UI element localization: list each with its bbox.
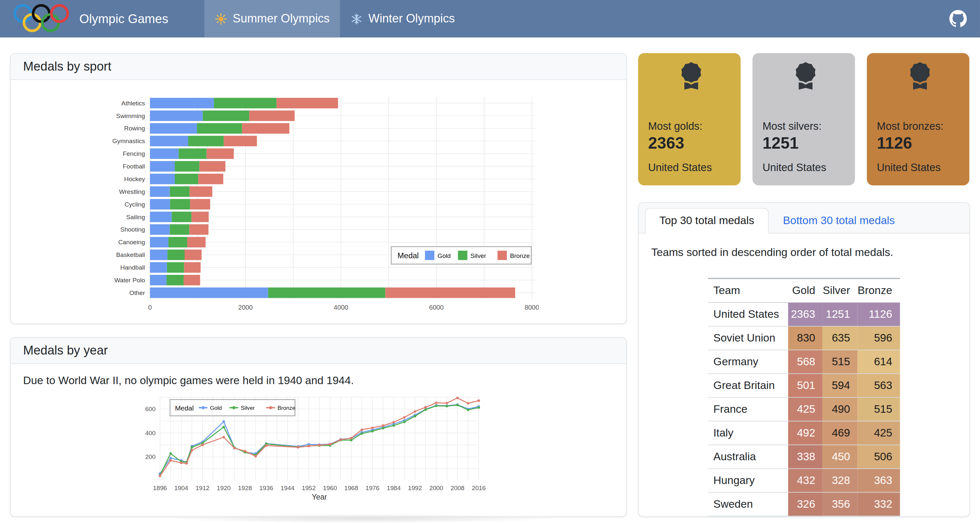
- medal-count: 490: [823, 398, 858, 421]
- medals-table: TeamGoldSilverBronzeUnited States2363125…: [708, 278, 900, 516]
- medal-count: 363: [858, 469, 900, 493]
- medals-by-sport-chart: AthleticsSwimmingRowingGymnasticsFencing…: [98, 90, 538, 312]
- svg-text:Wrestling: Wrestling: [119, 188, 145, 195]
- svg-text:1944: 1944: [280, 485, 294, 491]
- svg-text:Bronze: Bronze: [277, 405, 295, 411]
- medal-count: 425: [858, 421, 900, 445]
- stat-value: 1251: [762, 134, 849, 153]
- svg-text:0: 0: [148, 304, 151, 310]
- medal-count: 356: [823, 493, 858, 516]
- medal-count: 506: [858, 445, 900, 469]
- team-name: France: [708, 398, 789, 421]
- stat-team: United States: [877, 162, 963, 174]
- brand[interactable]: Olympic Games: [0, 0, 178, 37]
- stat-team: United States: [762, 162, 849, 174]
- table-description: Teams sorted in descending order of tota…: [639, 233, 969, 259]
- tab-bottom-30[interactable]: Bottom 30 total medals: [769, 208, 909, 233]
- svg-text:1952: 1952: [301, 485, 315, 491]
- most-silvers-card: Most silvers: 1251 United States: [752, 53, 855, 185]
- stat-value: 2363: [648, 134, 735, 153]
- svg-text:Handball: Handball: [120, 264, 145, 271]
- svg-text:Year: Year: [312, 493, 327, 501]
- stat-label: Most bronzes:: [877, 120, 963, 133]
- svg-text:6000: 6000: [429, 304, 444, 310]
- svg-text:2000: 2000: [238, 304, 253, 310]
- tab-winter-olympics[interactable]: Winter Olympics: [340, 0, 465, 37]
- nav-spacer: [466, 0, 950, 37]
- medal-count: 425: [788, 398, 823, 421]
- svg-text:1984: 1984: [387, 485, 401, 491]
- svg-text:400: 400: [145, 429, 155, 436]
- github-icon[interactable]: [950, 10, 967, 28]
- medal-count: 432: [788, 469, 823, 493]
- award-medal-icon: [678, 61, 705, 90]
- award-medal-icon: [792, 61, 819, 90]
- medal-count: 568: [788, 350, 823, 374]
- world-war-note: Due to World War II, no olympic games we…: [23, 374, 626, 387]
- column-header-gold: Gold: [788, 278, 823, 303]
- team-name: Sweden: [708, 493, 789, 516]
- medal-count: 328: [823, 469, 858, 493]
- medals-by-year-card: Medals by year Due to World War II, no o…: [10, 337, 627, 517]
- svg-text:2016: 2016: [471, 485, 485, 491]
- svg-text:Water Polo: Water Polo: [114, 277, 145, 284]
- most-bronzes-card: Most bronzes: 1126 United States: [867, 53, 969, 185]
- svg-text:8000: 8000: [524, 304, 539, 310]
- medals-by-sport-card: Medals by sport AthleticsSwimmingRowingG…: [10, 53, 627, 324]
- team-name: Hungary: [708, 469, 789, 493]
- medal-count: 1251: [823, 303, 858, 326]
- table-row: Soviet Union830635596: [708, 326, 900, 350]
- column-header-bronze: Bronze: [858, 278, 900, 303]
- team-name: Germany: [708, 350, 789, 374]
- nav-tabs: Summer Olympics Winter Olympics: [204, 0, 465, 37]
- svg-text:600: 600: [145, 406, 155, 412]
- stat-label: Most silvers:: [762, 120, 849, 133]
- right-column: Most golds: 2363 United States Most silv…: [638, 53, 970, 517]
- svg-text:Canoeing: Canoeing: [118, 239, 145, 246]
- svg-text:Gold: Gold: [210, 405, 221, 411]
- stat-label: Most golds:: [648, 120, 735, 133]
- app-title: Olympic Games: [80, 12, 168, 26]
- medal-count: 469: [823, 421, 858, 445]
- medal-count: 338: [788, 445, 823, 469]
- svg-text:1920: 1920: [216, 485, 231, 491]
- stat-value: 1126: [877, 134, 963, 153]
- svg-text:Basketball: Basketball: [116, 251, 145, 258]
- svg-text:1960: 1960: [323, 485, 337, 491]
- medal-count: 332: [858, 493, 900, 516]
- team-name: Great Britain: [708, 374, 789, 398]
- svg-text:Swimming: Swimming: [116, 113, 145, 119]
- snowflake-icon: [351, 13, 363, 24]
- svg-text:Sailing: Sailing: [126, 214, 145, 220]
- medal-count: 596: [858, 326, 900, 350]
- medal-count: 450: [823, 445, 858, 469]
- table-row: France425490515: [708, 398, 900, 421]
- navbar: Olympic Games Summer Olympics: [0, 0, 980, 37]
- medal-count: 515: [858, 398, 900, 421]
- medal-count: 492: [788, 421, 823, 445]
- tab-summer-label: Summer Olympics: [233, 12, 330, 25]
- medal-count: 501: [788, 374, 823, 398]
- medals-table-container: TeamGoldSilverBronzeUnited States2363125…: [708, 278, 900, 516]
- medals-by-year-chart: 2004006001896190419121920192819361944195…: [137, 392, 500, 505]
- sun-icon: [215, 13, 227, 24]
- svg-text:Gymnastics: Gymnastics: [112, 138, 145, 144]
- team-name: Italy: [708, 421, 789, 445]
- tab-summer-olympics[interactable]: Summer Olympics: [204, 0, 340, 37]
- column-header-silver: Silver: [823, 278, 858, 303]
- medal-count: 515: [823, 350, 858, 374]
- tab-top-30[interactable]: Top 30 total medals: [645, 208, 769, 233]
- medal-count: 2363: [788, 303, 823, 326]
- svg-text:Medal: Medal: [397, 251, 418, 260]
- table-row: United States236312511126: [708, 303, 900, 326]
- award-medal-icon: [906, 61, 934, 90]
- table-row: Australia338450506: [708, 445, 900, 469]
- svg-text:Gold: Gold: [437, 252, 450, 259]
- medal-count: 594: [823, 374, 858, 398]
- table-tabs: Top 30 total medals Bottom 30 total meda…: [639, 203, 969, 233]
- medal-count: 563: [858, 374, 900, 398]
- svg-text:1896: 1896: [153, 485, 167, 491]
- svg-text:Medal: Medal: [175, 404, 194, 412]
- svg-text:1992: 1992: [407, 485, 422, 491]
- svg-text:Shooting: Shooting: [120, 226, 145, 233]
